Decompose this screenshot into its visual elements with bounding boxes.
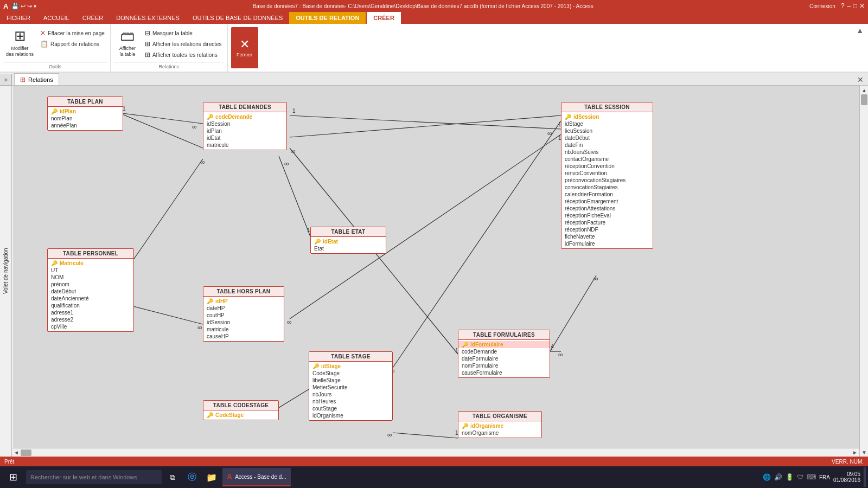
rapport-relations-btn[interactable]: 📋 Rapport de relations (38, 39, 107, 49)
field-dem-matricule: matricule (203, 142, 286, 149)
redo-quick-btn[interactable]: ↪ (27, 3, 32, 10)
undo-quick-btn[interactable]: ↩ (21, 3, 25, 10)
horizontal-scrollbar[interactable]: ◄ ► (12, 448, 859, 457)
svg-text:∞: ∞ (192, 123, 197, 131)
ribbon-group-outils-label: Outils (3, 62, 107, 69)
table-stage[interactable]: TABLE STAGE 🔑idStage CodeStage libelleSt… (309, 351, 393, 421)
table-plan[interactable]: TABLE PLAN 🔑idPlan nomPlan annéePlan (47, 97, 123, 131)
field-hp-coutHP: coutHP (203, 312, 284, 319)
network-icon[interactable]: 🌐 (763, 473, 771, 481)
field-plan-nomPlan: nomPlan (48, 115, 123, 122)
battery-icon[interactable]: 🔋 (786, 473, 794, 481)
afficher-toutes-relations-btn[interactable]: ⊞ Afficher toutes les relations (143, 50, 224, 60)
field-stg-coutStage: coutStage (309, 405, 392, 412)
field-ses-dateFin: dateFin (561, 142, 653, 149)
vscroll-thumb[interactable] (861, 94, 867, 105)
tab-outils-bdd[interactable]: OUTILS DE BASE DE DONNÉES (186, 12, 289, 24)
table-codestage-header: TABLE CODESTAGE (203, 401, 278, 410)
table-stage-header: TABLE STAGE (309, 352, 392, 362)
relation-lines: 1 ∞ 1 ∞ ∞ 1 1 ∞ 1 ∞ ∞ 1 1 ∞ 1 ∞ (13, 86, 868, 466)
field-dem-idSession: idSession (203, 120, 286, 127)
modifier-relations-btn[interactable]: ⊞ Modifierdes relations (3, 26, 36, 59)
effacer-mise-en-page-btn[interactable]: ✕ Effacer la mise en page (38, 28, 107, 38)
table-horsplan[interactable]: TABLE HORS PLAN 🔑idHP dateHP coutHP idSe… (203, 286, 284, 342)
svg-line-3 (119, 113, 203, 148)
file-explorer-btn[interactable]: 📁 (203, 468, 220, 486)
edge-btn[interactable]: ⓔ (183, 468, 201, 486)
field-dem-codeDemande: 🔑codeDemande (203, 113, 286, 120)
table-session[interactable]: TABLE SESSION 🔑idSession idStage lieuSes… (561, 102, 653, 249)
save-quick-btn[interactable]: 💾 (11, 3, 19, 10)
fermer-btn[interactable]: ✕ Fermer (231, 27, 258, 68)
hscroll-left-btn[interactable]: ◄ (12, 448, 21, 457)
table-personnel[interactable]: TABLE PERSONNEL 🔑Matricule UT NOM prénom… (47, 248, 134, 332)
help-btn[interactable]: ? (841, 2, 845, 10)
table-personnel-header: TABLE PERSONNEL (48, 249, 133, 259)
afficher-relations-directes-btn[interactable]: ⊞ Afficher les relations directes (143, 39, 224, 49)
start-button[interactable]: ⊞ (2, 467, 24, 487)
svg-text:∞: ∞ (547, 130, 552, 137)
table-etat-header: TABLE ETAT (311, 227, 386, 237)
ribbon-group-relations: 🗃 Afficherla table ⊟ Masquer la table ⊞ … (111, 24, 228, 72)
svg-text:∞: ∞ (387, 431, 392, 439)
ribbon-group-outils: ⊞ Modifierdes relations ✕ Effacer la mis… (0, 24, 111, 72)
close-btn[interactable]: ✕ (859, 2, 865, 10)
time-display: 09:05 (847, 471, 860, 477)
field-ses-convocation: convocationStagiaires (561, 184, 653, 191)
customize-quick-btn[interactable]: ▾ (34, 3, 36, 9)
field-per-dateDebut: dateDébut (48, 288, 133, 295)
tab-fichier[interactable]: FICHIER (0, 12, 37, 24)
ribbon-collapse-btn[interactable]: ▲ (856, 26, 864, 35)
tab-creer[interactable]: CRÉER (76, 12, 110, 24)
nav-pane-toggle[interactable]: » (0, 74, 12, 86)
tab-accueil[interactable]: ACCUEIL (37, 12, 76, 24)
antivirus-icon[interactable]: 🛡 (797, 473, 803, 481)
tab-creer-sub[interactable]: CRÉER (367, 12, 401, 24)
table-formulaires[interactable]: TABLE FORMULAIRES 🔑idFormulaire codeDema… (458, 330, 550, 378)
svg-text:∞: ∞ (593, 275, 598, 282)
show-desktop-btn[interactable] (864, 467, 866, 487)
field-per-adresse2: adresse2 (48, 316, 133, 323)
keyboard-icon[interactable]: ⌨ (807, 473, 816, 481)
taskbar: ⊞ Rechercher sur le web et dans Windows … (0, 466, 868, 488)
hscroll-thumb[interactable] (21, 450, 31, 456)
minimize-btn[interactable]: − (847, 2, 851, 10)
table-demandes[interactable]: TABLE DEMANDES 🔑codeDemande idSession id… (203, 102, 287, 150)
field-per-adresse1: adresse1 (48, 309, 133, 316)
table-etat[interactable]: TABLE ETAT 🔑idEtat Etat (310, 227, 386, 254)
field-hp-matricule: matricule (203, 326, 284, 333)
svg-text:∞: ∞ (284, 160, 289, 168)
svg-line-0 (119, 113, 203, 124)
tab-close-btn[interactable]: ✕ (857, 75, 864, 84)
hscroll-right-btn[interactable]: ► (851, 448, 859, 457)
clock-display[interactable]: 09:05 01/08/2016 (833, 471, 860, 483)
vertical-scrollbar[interactable]: ▲ ▼ (859, 86, 868, 457)
vscroll-up-btn[interactable]: ▲ (860, 86, 868, 94)
access-taskbar-btn[interactable]: A Access - Base de d... (222, 468, 291, 486)
table-codestage[interactable]: TABLE CODESTAGE 🔑CodeStage (203, 400, 279, 420)
masquer-table-btn[interactable]: ⊟ Masquer la table (143, 28, 224, 38)
search-placeholder-text: Rechercher sur le web et dans Windows (30, 474, 137, 480)
connexion-text[interactable]: Connexion (809, 3, 835, 9)
task-search[interactable]: Rechercher sur le web et dans Windows (26, 470, 162, 484)
task-view-btn[interactable]: ⧉ (164, 468, 181, 486)
speaker-icon[interactable]: 🔊 (774, 473, 782, 481)
table-organisme[interactable]: TABLE ORGANISME 🔑idOrganisme nomOrganism… (458, 411, 542, 438)
field-per-dateAnc: dateAncienneté (48, 295, 133, 302)
taskbar-app-label: Access - Base de d... (235, 474, 286, 480)
afficher-table-btn[interactable]: 🗃 Afficherla table (114, 26, 141, 59)
restore-btn[interactable]: □ (853, 2, 857, 10)
vscroll-down-btn[interactable]: ▼ (860, 448, 868, 457)
relations-tab-label: Relations (28, 76, 53, 83)
field-stg-idOrganisme: idOrganisme (309, 412, 392, 419)
language-indicator: FRA (819, 474, 830, 480)
table-plan-header: TABLE PLAN (48, 97, 123, 107)
field-hp-idSession: idSession (203, 319, 284, 326)
svg-line-4 (290, 115, 561, 129)
svg-line-32 (550, 275, 596, 351)
relations-tab[interactable]: ⊞ Relations (14, 73, 59, 85)
field-stg-nbJours: nbJours (309, 391, 392, 398)
tab-outils-relation[interactable]: OUTILS DE RELATION (289, 12, 366, 24)
tab-donnees-externes[interactable]: DONNÉES EXTERNES (110, 12, 186, 24)
date-display: 01/08/2016 (833, 477, 860, 483)
